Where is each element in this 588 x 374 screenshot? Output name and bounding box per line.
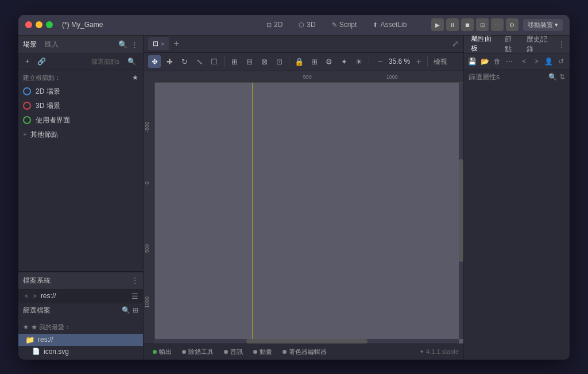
node-item-ui[interactable]: 使用者界面 [18, 113, 143, 128]
more-options-icon[interactable]: ⋮ [131, 40, 138, 49]
close-button[interactable] [25, 21, 32, 28]
tab-script[interactable]: ✎ Script [328, 20, 361, 30]
minimize-button[interactable] [36, 21, 42, 28]
tool3[interactable]: ⊠ [258, 55, 270, 68]
tab-3d[interactable]: ⬡ 3D [295, 20, 319, 30]
play-button[interactable]: ▶ [431, 18, 444, 31]
tab-assetlib[interactable]: ⬆ AssetLib [369, 20, 410, 30]
fs-filter-options-icon[interactable]: ⊞ [133, 306, 138, 314]
group-tool[interactable]: ⊞ [308, 55, 320, 68]
maximize-button[interactable] [46, 21, 53, 28]
grid-tool[interactable]: ⊟ [243, 55, 256, 68]
rotate-tool[interactable]: ↻ [178, 55, 191, 68]
output-dot [153, 350, 157, 354]
ruler-vertical: -500 0 500 1000 [144, 83, 155, 344]
rp-filter-sort-icon[interactable]: ⇅ [559, 73, 565, 81]
rp-options-icon[interactable]: ⋯ [505, 56, 515, 67]
scale-tool[interactable]: ⤡ [193, 55, 206, 68]
fs-filter-search-icon[interactable]: 🔍 [122, 306, 130, 314]
rp-prev-icon[interactable]: < [519, 56, 529, 67]
add-icon: + [23, 130, 27, 138]
node-tab[interactable]: 節點 [502, 36, 520, 56]
rp-next-icon[interactable]: > [532, 56, 542, 67]
audio-tab[interactable]: 音訊 [219, 346, 247, 358]
import-tab[interactable]: 匯入 [45, 40, 59, 49]
debugger-tab[interactable]: 除錯工具 [177, 346, 218, 358]
tab-2d[interactable]: ⊡ 2D [263, 20, 286, 30]
zoom-out-button[interactable]: − [375, 56, 385, 67]
properties-tab[interactable]: 屬性面板 [469, 36, 498, 56]
node-item-3d[interactable]: 3D 場景 [18, 99, 143, 113]
tool4[interactable]: ⊡ [273, 55, 285, 68]
shader-label: 著色器編輯器 [289, 348, 327, 356]
zoom-in-button[interactable]: + [413, 56, 424, 67]
viewport-tab-close-icon[interactable]: × [161, 40, 164, 47]
fs-item-res[interactable]: 📁 res:// [18, 334, 143, 346]
particle-tool[interactable]: ✦ [338, 55, 350, 68]
canvas-area [155, 83, 459, 339]
rect-tool[interactable]: ☐ [208, 55, 220, 68]
animation-tab[interactable]: 動畫 [249, 346, 277, 358]
filter-search-icon[interactable]: 🔍 [125, 56, 138, 67]
scrollbar-vertical[interactable] [459, 83, 463, 339]
audio-label: 音訊 [230, 348, 243, 356]
fs-more-icon[interactable]: ⋮ [131, 276, 138, 284]
stop-button[interactable]: ⏹ [461, 18, 474, 31]
scrollbar-v-thumb[interactable] [459, 159, 463, 261]
snap-tool[interactable]: ⊞ [228, 55, 241, 68]
rp-person-icon[interactable]: 👤 [544, 56, 554, 67]
tab-3d-label: 3D [307, 21, 315, 29]
animation-dot [253, 350, 257, 354]
right-panel-tabs: 屬性面板 節點 歷史記錄 ⋮ [464, 36, 570, 54]
history-tab[interactable]: 歷史記錄 [524, 36, 554, 56]
center-panel: ⊡ × + ⤢ ✥ ✚ ↻ ⤡ ☐ ⊞ ⊟ ⊠ ⊡ 🔒 ⊞ [144, 36, 463, 360]
fs-layout-icon[interactable]: ☰ [131, 292, 138, 300]
other-node-button[interactable]: + 其他節點 [18, 128, 143, 142]
rp-content [464, 84, 570, 360]
rp-save-icon[interactable]: 💾 [467, 56, 478, 67]
zoom-controls: − 35.6 % + [375, 56, 424, 67]
move-device-button[interactable]: 移動裝置 ▾ [523, 19, 563, 31]
rp-filter-bar: 篩選屬性s 🔍 ⇅ [464, 70, 570, 84]
add-node-button[interactable]: + [23, 56, 32, 67]
fs-item-icon[interactable]: 📄 icon.svg [18, 346, 143, 357]
filter-nodes-input[interactable]: 篩選節點s [89, 56, 122, 67]
light-tool[interactable]: ☀ [353, 55, 365, 68]
rp-toolbar: 💾 📂 🗑 ⋯ < > 👤 ↺ [464, 54, 570, 70]
main-window: (*) My_Game ⊡ 2D ⬡ 3D ✎ Script ⬆ AssetLi… [18, 15, 570, 360]
rp-reset-icon[interactable]: ↺ [556, 56, 567, 67]
more-button[interactable]: ⋯ [491, 18, 504, 31]
filter-nodes-label: 篩選節點s [91, 58, 120, 65]
search-icon[interactable]: 🔍 [118, 40, 127, 49]
fs-icon-label: icon.svg [44, 348, 69, 356]
shader-tab[interactable]: 著色器編輯器 [278, 346, 331, 358]
select-tool[interactable]: ✥ [148, 55, 161, 68]
version-label: ✦ 4.1.1.stable [419, 348, 459, 356]
remote-button[interactable]: ⊡ [476, 18, 489, 31]
node-item-2d[interactable]: 2D 場景 [18, 84, 143, 99]
scrollbar-h-thumb[interactable] [246, 339, 368, 344]
ruler-v-mark-1000: 1000 [144, 296, 150, 308]
scene-tab[interactable]: 場景 [23, 40, 37, 49]
rp-more-icon[interactable]: ⋮ [558, 40, 565, 48]
scrollbar-horizontal[interactable] [155, 339, 459, 344]
viewport-tab-main[interactable]: ⊡ × [148, 37, 169, 50]
output-tab[interactable]: 輸出 [148, 346, 176, 358]
lock-tool[interactable]: 🔒 [293, 55, 305, 68]
bones-tool[interactable]: ⚙ [323, 55, 335, 68]
maximize-viewport-icon[interactable]: ⤢ [452, 39, 459, 48]
favorite-star-icon[interactable]: ★ [132, 74, 138, 82]
shader-dot [283, 350, 287, 354]
rp-load-icon[interactable]: 📂 [480, 56, 490, 67]
pause-button[interactable]: ⏸ [446, 18, 459, 31]
rp-filter-search-icon[interactable]: 🔍 [548, 73, 557, 81]
fs-forward-button[interactable]: > [31, 292, 38, 300]
rp-clear-icon[interactable]: 🗑 [492, 56, 502, 67]
fs-back-button[interactable]: < [23, 292, 30, 300]
viewport-canvas[interactable]: 500 1000 -500 0 500 1000 [144, 71, 463, 344]
instantiate-button[interactable]: 🔗 [35, 56, 48, 67]
move-tool[interactable]: ✚ [163, 55, 176, 68]
node-list: 2D 場景 3D 場景 使用者界面 + 其他節點 [18, 84, 143, 178]
add-tab-button[interactable]: + [173, 38, 179, 49]
settings-button[interactable]: ⚙ [506, 18, 519, 31]
